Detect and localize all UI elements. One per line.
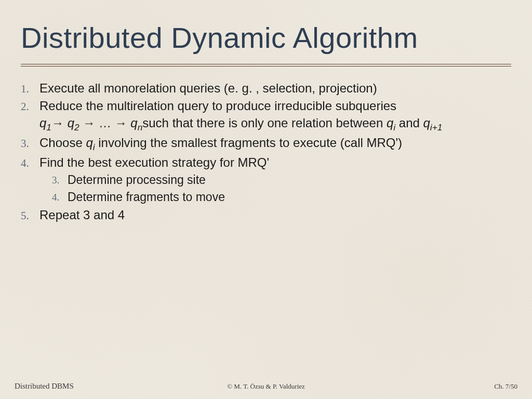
item-text: Find the best execution strategy for MRQ… [39, 154, 511, 171]
item-text: Determine fragments to move [68, 189, 511, 205]
slide-title: Distributed Dynamic Algorithm [21, 21, 511, 55]
item-number: 3. [21, 135, 39, 153]
list-item: 3. Choose qi involving the smallest frag… [21, 135, 511, 153]
footer-copyright: © M. T. Özsu & P. Valduriez [227, 382, 305, 391]
item-text: Determine processing site [68, 172, 511, 188]
footer: Distributed DBMS © M. T. Özsu & P. Valdu… [0, 382, 532, 391]
item-number: 4. [21, 154, 39, 171]
item-text-b: involving the smallest fragments to exec… [95, 136, 402, 150]
item-text-tail: such that there is only one relation bet… [142, 116, 387, 130]
item-text: Repeat 3 and 4 [39, 207, 511, 223]
item-number: 3. [52, 172, 68, 188]
item-number: 5. [21, 207, 39, 223]
sublist: 3. Determine processing site 4. Determin… [52, 172, 511, 205]
list-item: 2. Reduce the multirelation query to pro… [21, 98, 511, 134]
item-text: Execute all monorelation queries (e. g. … [39, 80, 511, 97]
title-divider [21, 64, 511, 66]
list-item: 4. Determine fragments to move [52, 189, 511, 205]
item-text: Reduce the multirelation query to produc… [39, 98, 511, 134]
item-text-and: and [395, 116, 423, 130]
item-number: 2. [21, 98, 39, 134]
footer-left: Distributed DBMS [15, 382, 74, 391]
item-text-line1: Reduce the multirelation query to produc… [39, 99, 396, 113]
item-text-a: Choose [39, 136, 86, 150]
list-item: 3. Determine processing site [52, 172, 511, 188]
list-item: 4. Find the best execution strategy for … [21, 154, 511, 171]
slide: Distributed Dynamic Algorithm 1. Execute… [0, 0, 532, 399]
item-number: 1. [21, 80, 39, 97]
footer-page-number: Ch. 7/50 [494, 382, 517, 391]
list-item: 5. Repeat 3 and 4 [21, 207, 511, 223]
list-item: 1. Execute all monorelation queries (e. … [21, 80, 511, 97]
content-body: 1. Execute all monorelation queries (e. … [21, 80, 511, 223]
item-number: 4. [52, 189, 68, 205]
item-text: Choose qi involving the smallest fragmen… [39, 135, 511, 153]
